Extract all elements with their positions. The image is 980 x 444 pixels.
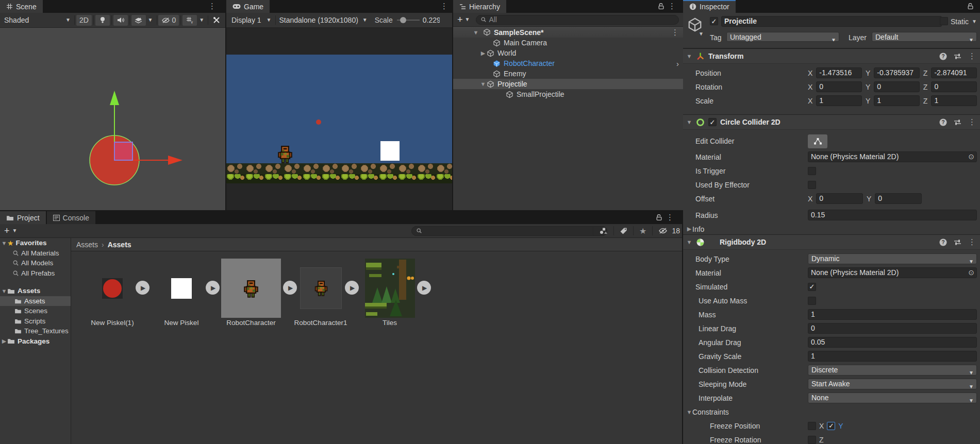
play-preview-button[interactable]: ▶	[417, 281, 431, 295]
foldout-arrow[interactable]: ▼	[1, 240, 7, 246]
tab-hierarchy[interactable]: Hierarchy	[453, 0, 506, 13]
project-search-input[interactable]	[411, 226, 607, 236]
create-object-dropdown[interactable]: ▼	[465, 17, 470, 22]
eye-off-icon[interactable]	[658, 227, 668, 234]
scene-menu-kebab[interactable]: ⋮	[208, 2, 216, 11]
asset-label[interactable]: New Piskel	[164, 319, 199, 327]
folder-assets[interactable]: Assets	[0, 296, 71, 306]
scene-lighting-button[interactable]	[95, 15, 110, 26]
scale-x-field[interactable]: 1	[816, 95, 862, 106]
foldout-arrow[interactable]: ▼	[686, 239, 692, 245]
asset-label[interactable]: New Piskel(1)	[91, 319, 134, 327]
material-object-field[interactable]: None (Physics Material 2D)⊙	[808, 151, 977, 162]
scene-visibility-button[interactable]: 0	[158, 15, 179, 26]
constraints-foldout[interactable]: ▼ Constraints	[683, 405, 980, 419]
scene-tools-button[interactable]	[210, 15, 223, 26]
offset-y-field[interactable]: 0	[875, 193, 922, 204]
freeze-position-y-checkbox[interactable]: ✓	[827, 422, 835, 430]
freeze-rotation-z-checkbox[interactable]	[808, 436, 816, 444]
packages-root[interactable]: ▶ Packages	[0, 336, 71, 347]
asset-label[interactable]: RobotCharacter	[226, 319, 275, 327]
grid-dropdown[interactable]: ▼	[197, 15, 206, 26]
gameobject-icon-dropdown[interactable]: ▼	[699, 31, 704, 37]
lock-icon[interactable]	[656, 214, 662, 221]
hierarchy-search-input[interactable]: All	[476, 15, 679, 25]
scale-y-field[interactable]: 1	[874, 95, 920, 106]
tag-dropdown[interactable]: Untagged▼	[726, 32, 839, 42]
asset-thumbnail[interactable]	[171, 278, 192, 299]
expand-arrow[interactable]: ▶	[1, 338, 7, 345]
search-by-label-icon[interactable]	[620, 227, 627, 235]
component-kebab[interactable]: ⋮	[968, 237, 976, 247]
favorite-all-prefabs[interactable]: All Prefabs	[0, 268, 71, 279]
scene-row-kebab[interactable]: ⋮	[671, 28, 679, 37]
assets-root[interactable]: ▼ Assets	[0, 286, 71, 296]
foldout-arrow[interactable]: ▼	[686, 119, 692, 125]
mass-field[interactable]: 1	[808, 309, 977, 320]
search-by-type-icon[interactable]	[599, 227, 608, 235]
offset-x-field[interactable]: 0	[816, 193, 863, 204]
is-trigger-checkbox[interactable]	[808, 167, 816, 175]
folder-scenes[interactable]: Scenes	[0, 306, 71, 316]
asset-new-piskel-1[interactable]	[102, 259, 123, 318]
body-type-dropdown[interactable]: Dynamic▼	[808, 253, 977, 264]
edit-collider-button[interactable]	[808, 134, 827, 148]
project-menu-kebab[interactable]: ⋮	[666, 213, 674, 222]
favorite-all-models[interactable]: All Models	[0, 258, 71, 268]
tab-game[interactable]: Game	[226, 0, 270, 13]
hierarchy-item-enemy[interactable]: Enemy	[453, 69, 683, 79]
hierarchy-menu-kebab[interactable]: ⋮	[668, 2, 676, 11]
hierarchy-item-world[interactable]: ▶ World	[453, 48, 683, 58]
hierarchy-item-main-camera[interactable]: Main Camera	[453, 38, 683, 48]
foldout-arrow[interactable]: ▼	[686, 409, 692, 415]
display-dropdown[interactable]: Display 1 ▼	[229, 16, 274, 24]
component-enabled-checkbox[interactable]: ✓	[708, 118, 717, 126]
interpolate-dropdown[interactable]: None▼	[808, 392, 977, 403]
object-picker-icon[interactable]: ⊙	[968, 152, 974, 162]
shading-mode-dropdown[interactable]: Shaded ▼	[2, 16, 73, 24]
presets-icon[interactable]	[954, 119, 961, 126]
asset-thumbnail[interactable]	[102, 278, 123, 299]
material-object-field[interactable]: None (Physics Material 2D)⊙	[808, 267, 977, 278]
lock-icon[interactable]	[967, 3, 974, 10]
position-x-field[interactable]: -1.473516	[816, 67, 862, 78]
create-asset-button[interactable]: +	[4, 226, 10, 235]
rotation-x-field[interactable]: 0	[816, 81, 862, 92]
effects-dropdown[interactable]: ▼	[146, 15, 155, 26]
circle-collider-header[interactable]: ▼ ✓ Circle Collider 2D ? ⋮	[683, 114, 980, 130]
scale-z-field[interactable]: 1	[931, 95, 977, 106]
asset-tiles[interactable]	[365, 259, 415, 318]
linear-drag-field[interactable]: 0	[808, 323, 977, 334]
gravity-scale-field[interactable]: 1	[808, 351, 977, 362]
create-object-button[interactable]: +	[457, 15, 463, 24]
scene-audio-button[interactable]	[113, 15, 128, 26]
tab-scene[interactable]: Scene	[0, 0, 43, 13]
position-z-field[interactable]: -2.874091	[931, 67, 977, 78]
active-checkbox[interactable]: ✓	[710, 17, 718, 25]
breadcrumb-root[interactable]: Assets	[76, 241, 98, 249]
help-icon[interactable]: ?	[939, 53, 947, 60]
tab-project[interactable]: Project	[0, 211, 46, 224]
scene-viewport[interactable]	[0, 28, 225, 210]
play-preview-button[interactable]: ▶	[283, 281, 297, 295]
position-y-field[interactable]: -0.3785937	[874, 67, 920, 78]
asset-grid[interactable]: New Piskel(1) ▶ New Piskel ▶ RobotCharac…	[71, 251, 682, 444]
play-preview-button[interactable]: ▶	[136, 281, 150, 295]
collision-detection-dropdown[interactable]: Discrete▼	[808, 365, 977, 375]
sleeping-mode-dropdown[interactable]: Start Awake▼	[808, 379, 977, 389]
transform-header[interactable]: ▼ Transform ? ⋮	[683, 48, 980, 64]
foldout-arrow[interactable]: ▼	[686, 53, 692, 59]
layer-dropdown[interactable]: Default▼	[872, 32, 977, 42]
prefab-open-chevron[interactable]: ›	[676, 59, 679, 68]
component-kebab[interactable]: ⋮	[968, 117, 976, 127]
presets-icon[interactable]	[954, 239, 961, 246]
help-icon[interactable]: ?	[939, 238, 947, 246]
rotation-y-field[interactable]: 0	[874, 81, 920, 92]
tab-console[interactable]: Console	[47, 211, 95, 224]
rigidbody-header[interactable]: ▼ Rigidbody 2D ? ⋮	[683, 234, 980, 250]
game-menu-kebab[interactable]: ⋮	[440, 2, 448, 11]
create-asset-dropdown[interactable]: ▼	[12, 228, 18, 233]
asset-label[interactable]: Tiles	[383, 319, 397, 327]
breadcrumb-current[interactable]: Assets	[108, 241, 131, 249]
static-checkbox[interactable]	[940, 17, 948, 25]
